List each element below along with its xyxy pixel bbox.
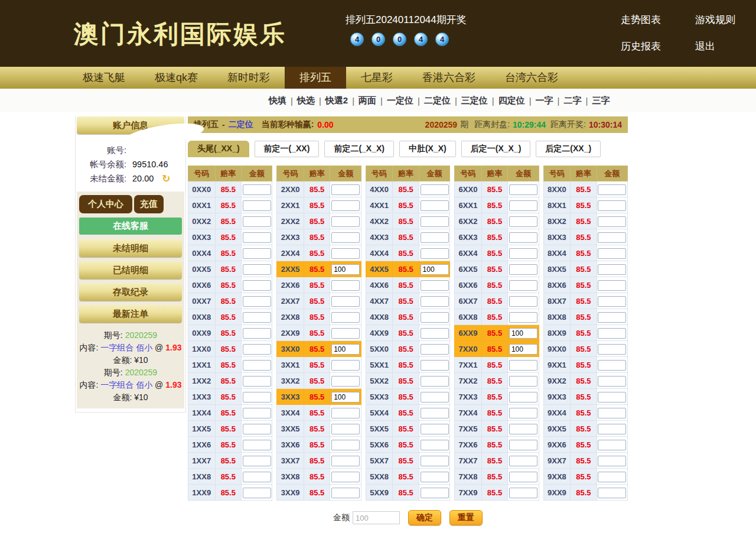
bet-amount-input[interactable]	[331, 456, 360, 466]
latest-bets-button[interactable]: 最新注单	[79, 305, 182, 323]
bet-amount-input[interactable]	[331, 296, 360, 307]
bet-amount-input[interactable]	[243, 392, 271, 403]
link-trend-chart[interactable]: 走势图表	[621, 13, 661, 27]
bet-amount-input[interactable]	[509, 200, 537, 211]
bet-amount-input[interactable]	[509, 328, 537, 339]
bet-amount-input[interactable]	[598, 472, 626, 482]
bet-amount-input[interactable]	[598, 440, 626, 450]
position-tab[interactable]: 前定二(_X_X)	[324, 141, 394, 157]
bet-amount-input[interactable]	[243, 264, 271, 275]
bet-amount-input[interactable]	[509, 264, 537, 275]
unsettled-detail-button[interactable]: 未结明细	[79, 239, 182, 257]
bet-amount-input[interactable]	[243, 296, 271, 307]
bet-amount-input[interactable]	[421, 200, 449, 211]
bet-amount-input[interactable]	[421, 232, 449, 243]
bet-amount-input[interactable]	[421, 344, 449, 355]
bet-amount-input[interactable]	[331, 488, 360, 498]
bet-amount-input[interactable]	[331, 280, 360, 291]
bet-amount-input[interactable]	[243, 472, 271, 482]
subnav-item[interactable]: 一定位	[387, 95, 413, 106]
bet-amount-input[interactable]	[243, 184, 271, 195]
bet-amount-input[interactable]	[509, 344, 537, 355]
bet-amount-input[interactable]	[331, 472, 360, 482]
position-tab[interactable]: 后定一(X_X_)	[461, 141, 531, 157]
bet-amount-input[interactable]	[598, 360, 626, 371]
bet-amount-input[interactable]	[598, 488, 626, 498]
bet-amount-input[interactable]	[509, 472, 537, 482]
bet-amount-input[interactable]	[421, 488, 449, 498]
bet-amount-input[interactable]	[598, 232, 626, 243]
recharge-button[interactable]: 充值	[134, 195, 164, 213]
bet-amount-input[interactable]	[598, 216, 626, 227]
bet-amount-input[interactable]	[421, 440, 449, 450]
bet-amount-input[interactable]	[598, 280, 626, 291]
bet-amount-input[interactable]	[421, 312, 449, 323]
bet-amount-input[interactable]	[509, 424, 537, 434]
bet-amount-input[interactable]	[331, 312, 360, 323]
bet-amount-input[interactable]	[331, 408, 360, 418]
subnav-item[interactable]: 一字	[536, 95, 553, 106]
link-logout[interactable]: 退出	[695, 40, 735, 53]
bet-amount-input[interactable]	[509, 280, 537, 291]
bet-amount-input[interactable]	[509, 488, 537, 498]
bet-amount-input[interactable]	[598, 392, 626, 403]
bet-amount-input[interactable]	[243, 408, 271, 418]
bet-amount-input[interactable]	[331, 184, 360, 195]
bet-amount-input[interactable]	[598, 184, 626, 195]
bet-amount-input[interactable]	[243, 488, 271, 498]
nav-tab[interactable]: 排列五	[285, 67, 346, 89]
bet-amount-input[interactable]	[243, 360, 271, 371]
nav-tab[interactable]: 极速qk赛	[140, 67, 213, 89]
bet-amount-input[interactable]	[598, 344, 626, 355]
subnav-item[interactable]: 三定位	[461, 95, 488, 106]
bet-amount-input[interactable]	[243, 216, 271, 227]
bet-amount-input[interactable]	[331, 376, 360, 387]
link-history-report[interactable]: 历史报表	[621, 40, 661, 53]
bet-amount-input[interactable]	[598, 456, 626, 466]
bet-amount-input[interactable]	[421, 360, 449, 371]
bet-amount-input[interactable]	[421, 472, 449, 482]
bet-amount-input[interactable]	[509, 408, 537, 418]
confirm-button[interactable]: 确定	[408, 510, 441, 525]
nav-tab[interactable]: 极速飞艇	[68, 67, 140, 89]
bet-amount-input[interactable]	[421, 376, 449, 387]
amount-input[interactable]	[353, 511, 400, 524]
bet-amount-input[interactable]	[598, 328, 626, 339]
bet-amount-input[interactable]	[509, 440, 537, 450]
bet-amount-input[interactable]	[331, 328, 360, 339]
bet-amount-input[interactable]	[509, 232, 537, 243]
bet-amount-input[interactable]	[509, 360, 537, 371]
bet-amount-input[interactable]	[509, 296, 537, 307]
bet-amount-input[interactable]	[509, 456, 537, 466]
bet-amount-input[interactable]	[509, 184, 537, 195]
online-service-button[interactable]: 在线客服	[79, 218, 182, 235]
bet-amount-input[interactable]	[243, 248, 271, 259]
bet-amount-input[interactable]	[509, 376, 537, 387]
position-tab[interactable]: 后定二(XX_)	[536, 141, 601, 157]
subnav-item[interactable]: 四定位	[498, 95, 525, 106]
bet-amount-input[interactable]	[421, 392, 449, 403]
bet-amount-input[interactable]	[598, 376, 626, 387]
bet-amount-input[interactable]	[243, 312, 271, 323]
bet-amount-input[interactable]	[421, 280, 449, 291]
bet-amount-input[interactable]	[331, 248, 360, 259]
bet-amount-input[interactable]	[421, 408, 449, 418]
bet-amount-input[interactable]	[421, 216, 449, 227]
subnav-item[interactable]: 快選2	[325, 95, 348, 106]
bet-amount-input[interactable]	[421, 456, 449, 466]
bet-amount-input[interactable]	[243, 200, 271, 211]
bet-amount-input[interactable]	[598, 264, 626, 275]
bet-amount-input[interactable]	[331, 264, 360, 275]
subnav-item[interactable]: 快选	[297, 95, 315, 106]
subnav-item[interactable]: 二定位	[424, 95, 451, 106]
nav-tab[interactable]: 新时时彩	[213, 67, 285, 89]
refresh-balance-icon[interactable]: ↻	[162, 174, 170, 184]
bet-amount-input[interactable]	[331, 360, 360, 371]
nav-tab[interactable]: 七星彩	[346, 67, 408, 89]
bet-amount-input[interactable]	[509, 216, 537, 227]
nav-tab[interactable]: 台湾六合彩	[490, 67, 573, 89]
bet-amount-input[interactable]	[243, 456, 271, 466]
bet-amount-input[interactable]	[421, 424, 449, 434]
position-tab[interactable]: 中肚(X_X)	[399, 141, 456, 157]
bet-amount-input[interactable]	[243, 440, 271, 450]
